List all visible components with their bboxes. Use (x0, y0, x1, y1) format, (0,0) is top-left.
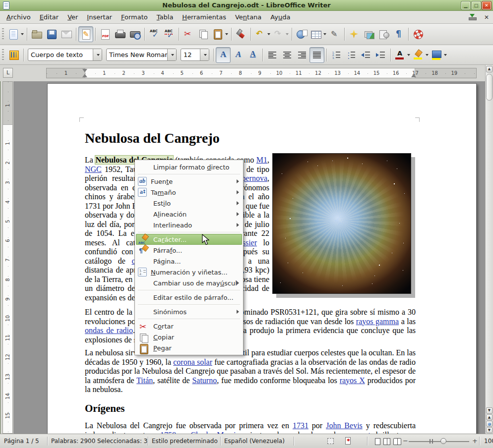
highlight-color-button[interactable] (411, 47, 430, 63)
menu-ver[interactable]: Ver (63, 11, 82, 23)
context-menu-item-tamano[interactable]: Tamaño (136, 187, 242, 198)
doc-link[interactable]: 1731 (293, 421, 308, 430)
book-view-icon[interactable] (393, 438, 401, 445)
doc-link[interactable]: Titán (136, 376, 153, 385)
data-sources-button[interactable] (376, 26, 391, 42)
context-menu-item-numeracion-vinetas[interactable]: Numeración y viñetas... (136, 267, 242, 278)
align-right-button[interactable] (295, 47, 309, 63)
doc-link[interactable]: rayos gamma (356, 317, 399, 326)
zoom-percent-label[interactable]: 100% (484, 438, 493, 445)
email-button[interactable] (59, 26, 74, 42)
document-modified-icon[interactable] (345, 437, 351, 445)
load-url-icon[interactable] (468, 13, 476, 21)
context-menu-item-copiar[interactable]: Copiar (136, 332, 242, 342)
titlebar[interactable]: Nebulosa del Cangrejo.odt - LibreOffice … (0, 0, 493, 11)
formatting-marks-button[interactable] (391, 26, 406, 42)
page-number-status[interactable]: Página 1 / 5 (4, 438, 39, 445)
zoom-slider-handle[interactable] (440, 438, 446, 444)
previous-page-button[interactable]: ▲ (486, 414, 493, 420)
print-button[interactable] (113, 26, 127, 42)
context-menu-item-cambiar-mayusculas[interactable]: Cambiar uso de mayúsculas (136, 278, 242, 288)
redo-button[interactable] (271, 26, 290, 42)
font-value[interactable]: Times New Roman (107, 51, 167, 58)
language-status[interactable]: Español (Venezuela) (224, 438, 285, 445)
document-page[interactable]: Nebulosa del Cangrejo La Nebulosa del Ca… (47, 83, 477, 434)
cut-button[interactable] (181, 26, 196, 42)
document-canvas[interactable]: Nebulosa del Cangrejo La Nebulosa del Ca… (13, 81, 485, 434)
hyperlink-button[interactable] (294, 26, 309, 42)
italic-button[interactable] (231, 47, 246, 63)
menu-herramientas[interactable]: Herramientas (178, 11, 231, 23)
paste-button[interactable] (211, 26, 229, 42)
tab-stop-selector[interactable]: L (3, 68, 13, 78)
context-menu-item-cortar[interactable]: Cortar (136, 321, 242, 332)
combo-size[interactable]: 12 (181, 49, 209, 61)
vertical-ruler[interactable]: 1123456789101112131415 (2, 81, 13, 434)
copy-button[interactable] (196, 26, 211, 42)
font-dropdown-button[interactable] (167, 49, 176, 60)
edit-mode-button[interactable] (78, 26, 93, 42)
doc-link[interactable]: Saturno (192, 376, 217, 385)
menu-archivo[interactable]: Archivo (2, 11, 35, 23)
clone-formatting-button[interactable] (234, 26, 248, 42)
size-value[interactable]: 12 (181, 51, 200, 58)
doc-link[interactable]: NGC (85, 165, 102, 173)
menu-ayuda[interactable]: Ayuda (266, 11, 295, 23)
zoom-slider-track[interactable] (409, 441, 469, 442)
left-indent-marker[interactable] (82, 74, 87, 77)
doc-link[interactable]: rayos X (340, 376, 365, 385)
open-button[interactable] (29, 26, 44, 42)
doc-link[interactable]: ondas de radio (85, 326, 133, 335)
context-menu-item-limpiar-formato-directo[interactable]: Limpiar formato directo (136, 162, 242, 172)
table-button[interactable] (309, 26, 327, 42)
zoom-in-icon[interactable]: + (472, 437, 478, 445)
context-menu-item-editar-estilo-parrafo[interactable]: Editar estilo de párrafo... (136, 292, 242, 303)
context-menu-item-fuente[interactable]: Fuente (136, 176, 242, 187)
style-value[interactable]: Cuerpo de texto (28, 51, 93, 58)
draw-functions-button[interactable] (327, 26, 342, 42)
navigator-button[interactable] (347, 26, 362, 42)
context-menu-item-sinonimos[interactable]: Sinónimos (136, 306, 242, 317)
context-menu-item-pegar[interactable]: Pegar (136, 342, 242, 353)
print-preview-button[interactable] (127, 26, 142, 42)
size-dropdown-button[interactable] (200, 49, 209, 60)
menu-editar[interactable]: Editar (35, 11, 63, 23)
scroll-up-button[interactable]: ▲ (486, 66, 493, 72)
context-menu-item-alineacion[interactable]: Alineación (136, 209, 242, 220)
bold-button[interactable] (216, 47, 231, 63)
navigation-button[interactable] (486, 421, 493, 427)
align-left-button[interactable] (265, 47, 280, 63)
background-color-button[interactable] (430, 47, 448, 63)
vertical-scrollbar[interactable]: ▲ ▼ ▲ ▼ (485, 65, 493, 434)
spelling-button[interactable] (147, 26, 162, 42)
doc-link[interactable]: corona solar (173, 358, 212, 366)
ordered-list-button[interactable] (329, 47, 344, 63)
toolbar-grip[interactable] (2, 49, 4, 61)
word-count-status[interactable]: Palabras: 2900 Seleccionadas: 3 (51, 438, 147, 445)
underline-button[interactable] (246, 47, 260, 63)
new-document-button[interactable] (6, 26, 25, 42)
close-document-icon[interactable]: ✕ (484, 14, 489, 21)
styles-panel-button[interactable] (6, 47, 21, 63)
decrease-indent-button[interactable] (359, 47, 373, 63)
context-menu-item-parrafo[interactable]: Párrafo... (136, 245, 242, 256)
increase-indent-button[interactable] (373, 47, 388, 63)
font-color-button[interactable] (393, 47, 411, 63)
zoom-out-icon[interactable]: − (403, 437, 408, 445)
export-pdf-button[interactable] (98, 26, 113, 42)
document-heading-1[interactable]: Nebulosa del Cangrejo (85, 130, 220, 146)
page-style-status[interactable]: Estilo predeterminado (152, 438, 218, 445)
multi-page-view-icon[interactable] (383, 438, 390, 445)
scroll-down-button[interactable]: ▼ (486, 407, 493, 414)
next-page-button[interactable]: ▼ (486, 427, 493, 433)
align-center-button[interactable] (280, 47, 295, 63)
context-menu-item-estilo[interactable]: Estilo (136, 198, 242, 209)
menu-formato[interactable]: Formato (117, 11, 152, 23)
context-menu-item-caracter[interactable]: Carácter... (136, 234, 242, 245)
context-menu-item-pagina[interactable]: Página... (136, 256, 242, 267)
doc-link[interactable]: John Bevis (326, 421, 363, 430)
gallery-button[interactable] (362, 26, 376, 42)
horizontal-ruler[interactable]: 112345678910111213141516171819 (46, 68, 477, 78)
context-menu-item-interlineado[interactable]: Interlineado (136, 220, 242, 230)
close-button[interactable]: ✕ (482, 1, 491, 9)
